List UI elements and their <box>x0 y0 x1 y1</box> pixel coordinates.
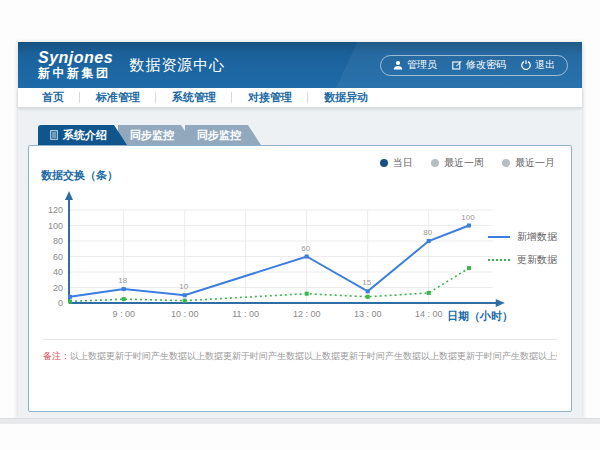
svg-text:100: 100 <box>461 213 475 222</box>
line-chart: 0204060801001209 : 0010 : 0011 : 0012 : … <box>29 185 529 327</box>
logout-button[interactable]: 退出 <box>521 58 555 72</box>
radio-label: 最近一周 <box>444 156 484 170</box>
nav-item-interface-mgmt[interactable]: 对接管理 <box>232 88 308 107</box>
footnote: 备注：以上数据更新于时间产生数据以上数据更新于时间产生数据以上数据更新于时间产生… <box>43 350 557 363</box>
legend-label: 新增数据 <box>517 230 557 244</box>
panel-divider <box>43 339 557 340</box>
nav-item-data-change[interactable]: 数据异动 <box>308 88 384 107</box>
user-button[interactable]: 管理员 <box>393 58 437 72</box>
edit-icon <box>452 60 462 70</box>
svg-text:18: 18 <box>118 276 127 285</box>
svg-text:20: 20 <box>53 283 63 293</box>
app-header: Synjones 新中新集团 数据资源中心 管理员 修改密码 退出 <box>18 42 582 88</box>
svg-text:9 : 00: 9 : 00 <box>112 309 135 319</box>
tab-label: 同步监控 <box>197 125 241 145</box>
radio-label: 最近一月 <box>515 156 555 170</box>
svg-text:80: 80 <box>53 236 63 246</box>
y-axis-title: 数据交换（条） <box>41 168 118 183</box>
nav-item-standard-mgmt[interactable]: 标准管理 <box>80 88 156 107</box>
svg-text:60: 60 <box>301 244 310 253</box>
user-button-label: 管理员 <box>407 58 437 72</box>
tab-sync-monitor-2[interactable]: 同步监控 <box>185 125 261 145</box>
radio-label: 当日 <box>393 156 413 170</box>
radio-dot <box>502 159 510 167</box>
svg-text:13 : 00: 13 : 00 <box>354 309 382 319</box>
power-icon <box>521 60 531 70</box>
nav-item-home[interactable]: 首页 <box>26 88 80 107</box>
nav-item-system-mgmt[interactable]: 系统管理 <box>156 88 232 107</box>
tab-system-intro[interactable]: 系统介绍 <box>38 125 127 145</box>
radio-last-week[interactable]: 最近一周 <box>431 156 484 170</box>
legend-item-new-data: 新增数据 <box>488 230 557 244</box>
legend-line-dotted-icon <box>488 259 510 261</box>
change-password-button[interactable]: 修改密码 <box>452 58 506 72</box>
tab-bar: 系统介绍 同步监控 同步监控 <box>38 125 572 145</box>
logo-text-cn: 新中新集团 <box>38 67 113 80</box>
logo-text-en: Synjones <box>38 50 113 67</box>
tab-label: 系统介绍 <box>63 125 107 145</box>
time-range-options: 当日 最近一周 最近一月 <box>380 156 555 170</box>
legend-line-solid-icon <box>488 236 510 238</box>
svg-text:14 : 00: 14 : 00 <box>415 309 443 319</box>
chart-panel: 当日 最近一周 最近一月 数据交换（条） 0204060801001209 : … <box>28 145 572 412</box>
svg-text:120: 120 <box>48 205 63 215</box>
svg-text:100: 100 <box>48 221 63 231</box>
svg-text:60: 60 <box>53 252 63 262</box>
logo: Synjones 新中新集团 <box>38 50 113 79</box>
user-icon <box>393 60 403 70</box>
app-window: Synjones 新中新集团 数据资源中心 管理员 修改密码 退出 <box>18 42 582 418</box>
radio-dot <box>380 159 388 167</box>
main-nav: 首页 标准管理 系统管理 对接管理 数据异动 <box>18 88 582 107</box>
x-axis-title: 日期（小时） <box>447 309 513 324</box>
legend-item-updated-data: 更新数据 <box>488 253 557 267</box>
tab-sync-monitor-1[interactable]: 同步监控 <box>118 125 194 145</box>
window-bottom-bar <box>0 418 600 424</box>
svg-text:0: 0 <box>58 298 63 308</box>
svg-text:80: 80 <box>423 228 432 237</box>
page-title: 数据资源中心 <box>129 56 225 75</box>
page: Synjones 新中新集团 数据资源中心 管理员 修改密码 退出 <box>0 0 600 450</box>
content-area: 系统介绍 同步监控 同步监控 当日 最近一周 <box>18 107 582 412</box>
svg-text:11 : 00: 11 : 00 <box>232 309 259 319</box>
change-password-label: 修改密码 <box>466 58 506 72</box>
radio-today[interactable]: 当日 <box>380 156 413 170</box>
footnote-text: 以上数据更新于时间产生数据以上数据更新于时间产生数据以上数据更新于时间产生数据以… <box>70 351 557 361</box>
svg-text:10 : 00: 10 : 00 <box>171 309 199 319</box>
svg-text:40: 40 <box>53 267 63 277</box>
svg-text:12 : 00: 12 : 00 <box>293 309 321 319</box>
radio-last-month[interactable]: 最近一月 <box>502 156 555 170</box>
footnote-prefix: 备注： <box>43 351 70 361</box>
chart-legend: 新增数据 更新数据 <box>488 230 557 267</box>
document-icon <box>50 130 58 140</box>
svg-text:10: 10 <box>179 282 188 291</box>
legend-label: 更新数据 <box>517 253 557 267</box>
logout-label: 退出 <box>535 58 555 72</box>
radio-dot <box>431 159 439 167</box>
tab-label: 同步监控 <box>130 125 174 145</box>
svg-text:15: 15 <box>362 278 371 287</box>
user-actions-group: 管理员 修改密码 退出 <box>380 55 568 76</box>
